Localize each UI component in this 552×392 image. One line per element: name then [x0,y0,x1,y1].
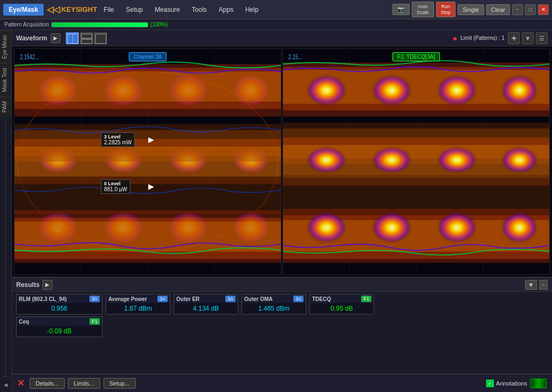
vendor-name: KEYSIGHT [61,5,97,13]
level3-title: 3 Level [104,134,132,139]
view-btn-1[interactable] [66,32,79,44]
close-button[interactable]: ✕ [538,4,549,15]
results-data-grid: RLM (802.3 CL_94) 3A 0.956 Average Power… [12,292,552,339]
minimize-button[interactable]: − [512,4,523,15]
level3-arrow: ▶ [148,135,154,144]
avg-power-title: Average Power [108,296,147,302]
view-buttons [66,32,107,44]
svg-rect-3 [81,39,92,44]
main-layout: Eye Meas Mask Test PAM ◂ Waveform ▶ [0,30,552,392]
avg-power-badge: 3A [157,296,168,302]
maximize-button[interactable]: □ [525,4,536,15]
sidebar-tab-pam[interactable]: PAM [0,96,11,117]
annotations-checkbox[interactable]: ✓ [486,380,494,387]
level0-title: 0 Level [104,181,127,186]
single-button[interactable]: Single [458,4,484,15]
outer-oma-title: Outer OMA [244,296,273,302]
chevron-down-icon[interactable]: ▼ [522,32,534,44]
result-block-rlm: RLM (802.3 CL_94) 3A 0.956 [16,294,102,314]
signal-level-bar [530,379,547,388]
svg-rect-35 [15,221,281,251]
content-area: Waveform ▶ ● Limit (Patterns) : 1 ✚ ▼ [12,30,552,392]
results-header: Results ▶ ▼ ○ [12,278,552,292]
titlebar-controls: 📷 AutoScale RunStop Single Clear − □ ✕ [392,2,549,18]
scope-panel-right: F1: TDECQ[3A] [282,48,550,275]
acq-percent: (100%) [150,22,168,27]
menu-help[interactable]: Help [243,5,261,15]
svg-rect-27 [15,72,281,102]
results-panel: Results ▶ ▼ ○ RLM (802.3 CL_94) 3A 0.956 [12,277,552,374]
action-bar: ✕ Details... Limits... Setup... ✓ Annota… [12,374,552,392]
view-btn-2[interactable] [80,32,93,44]
outer-oma-badge: 3A [293,296,303,302]
menu-setup[interactable]: Setup [124,5,145,15]
setup-button[interactable]: Setup... [104,378,136,389]
svg-text:2.1542...: 2.1542... [20,53,39,61]
results-play-button[interactable]: ▶ [43,280,52,290]
clear-button[interactable]: Clear [486,4,510,15]
limit-text: Limit (Patterns) : 1 [460,35,505,41]
channel-label-right: F1: TDECQ[3A] [392,52,440,61]
waveform-area: Channel 3A [12,46,552,277]
title-bar: Eye/Mask ◁◁ KEYSIGHT File Setup Measure … [0,0,552,19]
menu-tools[interactable]: Tools [190,5,209,15]
results-pin-button[interactable]: ○ [539,280,548,290]
results-title: Results [16,281,39,289]
ceq-badge: F1 [89,318,100,325]
sidebar-tab-eye-meas[interactable]: Eye Meas [0,30,11,63]
left-sidebar: Eye Meas Mask Test PAM ◂ [0,30,12,392]
move-icon[interactable]: ✚ [508,32,520,44]
results-collapse-button[interactable]: ▼ [525,280,537,290]
acquisition-bar: Pattern Acquisition (100%) [0,19,552,30]
tdecq-header: TDECQ F1 [310,295,374,303]
svg-point-66 [501,213,537,243]
annotations-area: ✓ Annotations [486,379,547,388]
svg-point-65 [437,213,477,243]
results-row-1: RLM (802.3 CL_94) 3A 0.956 Average Power… [16,294,548,314]
outer-er-header: Outer ER 3A [174,295,238,303]
menu-icon[interactable]: ☰ [536,32,548,44]
outer-er-title: Outer ER [176,296,199,302]
eye-mask-button[interactable]: Eye/Mask [3,4,44,16]
result-block-ceq: Ceq F1 -0.09 dB [16,317,102,337]
ceq-value: -0.09 dB [17,326,102,337]
camera-button[interactable]: 📷 [392,4,410,15]
svg-point-64 [372,213,411,243]
tdecq-title: TDECQ [312,296,331,302]
menu-apps[interactable]: Apps [217,5,236,15]
results-row-2: Ceq F1 -0.09 dB [16,317,548,337]
svg-text:2.15...: 2.15... [288,53,302,61]
sidebar-tab-mask-test[interactable]: Mask Test [0,63,11,96]
waveform-header: Waveform ▶ ● Limit (Patterns) : 1 ✚ ▼ [12,30,552,46]
svg-point-63 [307,213,346,243]
auto-scale-button[interactable]: AutoScale [412,2,434,18]
svg-point-62 [501,148,537,173]
logo-chevrons: ◁◁ [47,4,60,15]
waveform-play-button[interactable]: ▶ [51,33,60,43]
svg-point-56 [372,75,411,106]
limits-button[interactable]: Limits... [68,378,100,389]
limit-indicator: ● [453,34,457,43]
menu-file[interactable]: File [101,5,116,15]
view-btn-3[interactable] [94,32,107,44]
level0-value: 881.0 µW [104,186,127,192]
close-x-icon[interactable]: ✕ [17,378,24,388]
result-block-avg-power: Average Power 3A 1.87 dBm [106,294,170,314]
acq-progress-bar [51,22,148,27]
tdecq-badge: F1 [361,296,371,302]
rlm-title: RLM (802.3 CL_94) [19,296,67,302]
avg-power-value: 1.87 dBm [106,303,170,314]
annotations-label: Annotations [496,380,527,387]
rlm-value: 0.956 [17,303,102,314]
svg-point-59 [307,148,346,173]
menu-measure[interactable]: Measure [153,5,182,15]
result-block-outer-er: Outer ER 3A 4.134 dB [174,294,238,314]
level3-value: 2.2825 mW [104,139,132,145]
svg-point-61 [437,148,477,173]
sidebar-collapse-arrow[interactable]: ◂ [1,376,11,392]
header-icon-group: ✚ ▼ ☰ [508,32,548,44]
run-stop-button[interactable]: RunStop [436,2,456,18]
rlm-badge: 3A [89,296,100,302]
details-button[interactable]: Details... [30,378,65,389]
svg-rect-31 [15,146,281,177]
